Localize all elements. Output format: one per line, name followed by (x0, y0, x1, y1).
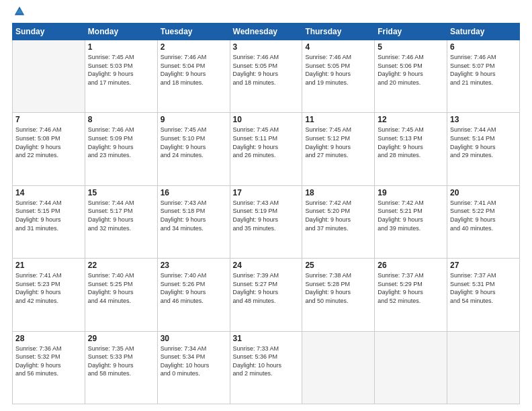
day-number: 10 (233, 115, 300, 124)
day-info: Sunrise: 7:45 AMSunset: 5:13 PMDaylight:… (378, 126, 444, 159)
calendar-cell: 29Sunrise: 7:35 AMSunset: 5:33 PMDayligh… (85, 331, 157, 404)
day-number: 16 (161, 188, 227, 197)
day-info: Sunrise: 7:40 AMSunset: 5:25 PMDaylight:… (88, 271, 154, 305)
calendar-week-row: 7Sunrise: 7:46 AMSunset: 5:08 PMDaylight… (13, 113, 520, 185)
column-header-monday: Monday (85, 24, 157, 40)
day-number: 7 (15, 115, 82, 124)
day-number: 8 (88, 115, 154, 124)
day-number: 19 (378, 188, 444, 197)
day-number: 18 (305, 188, 371, 197)
calendar-cell: 27Sunrise: 7:37 AMSunset: 5:31 PMDayligh… (447, 259, 520, 331)
day-info: Sunrise: 7:46 AMSunset: 5:08 PMDaylight:… (15, 126, 82, 159)
day-info: Sunrise: 7:37 AMSunset: 5:31 PMDaylight:… (450, 271, 517, 305)
calendar-cell (302, 331, 375, 404)
day-info: Sunrise: 7:46 AMSunset: 5:05 PMDaylight:… (233, 53, 300, 87)
day-info: Sunrise: 7:38 AMSunset: 5:28 PMDaylight:… (305, 271, 371, 305)
column-header-tuesday: Tuesday (157, 24, 230, 40)
calendar-cell: 9Sunrise: 7:45 AMSunset: 5:10 PMDaylight… (157, 113, 230, 185)
calendar-cell: 13Sunrise: 7:44 AMSunset: 5:14 PMDayligh… (447, 113, 520, 185)
day-info: Sunrise: 7:46 AMSunset: 5:05 PMDaylight:… (305, 53, 371, 87)
day-number: 1 (88, 42, 154, 52)
column-header-sunday: Sunday (13, 24, 85, 40)
day-number: 2 (161, 42, 227, 52)
calendar-cell: 15Sunrise: 7:44 AMSunset: 5:17 PMDayligh… (85, 185, 157, 258)
day-info: Sunrise: 7:46 AMSunset: 5:07 PMDaylight:… (450, 53, 517, 87)
calendar-cell: 3Sunrise: 7:46 AMSunset: 5:05 PMDaylight… (230, 40, 302, 113)
day-number: 28 (15, 334, 82, 343)
calendar-cell: 5Sunrise: 7:46 AMSunset: 5:06 PMDaylight… (375, 40, 447, 113)
calendar-cell: 18Sunrise: 7:42 AMSunset: 5:20 PMDayligh… (302, 185, 375, 258)
day-info: Sunrise: 7:45 AMSunset: 5:03 PMDaylight:… (88, 53, 154, 87)
day-info: Sunrise: 7:40 AMSunset: 5:26 PMDaylight:… (161, 271, 227, 305)
day-number: 15 (88, 188, 154, 197)
calendar-cell: 6Sunrise: 7:46 AMSunset: 5:07 PMDaylight… (447, 40, 520, 113)
calendar-cell: 26Sunrise: 7:37 AMSunset: 5:29 PMDayligh… (375, 259, 447, 331)
day-info: Sunrise: 7:43 AMSunset: 5:18 PMDaylight:… (161, 199, 227, 232)
calendar-cell: 2Sunrise: 7:46 AMSunset: 5:04 PMDaylight… (157, 40, 230, 113)
header (12, 12, 520, 17)
calendar-cell: 23Sunrise: 7:40 AMSunset: 5:26 PMDayligh… (157, 259, 230, 331)
calendar-cell: 8Sunrise: 7:46 AMSunset: 5:09 PMDaylight… (85, 113, 157, 185)
calendar-cell: 10Sunrise: 7:45 AMSunset: 5:11 PMDayligh… (230, 113, 302, 185)
calendar-cell (375, 331, 447, 404)
day-info: Sunrise: 7:46 AMSunset: 5:04 PMDaylight:… (161, 53, 227, 87)
day-number: 17 (233, 188, 300, 197)
day-info: Sunrise: 7:41 AMSunset: 5:23 PMDaylight:… (15, 271, 82, 305)
calendar-cell: 1Sunrise: 7:45 AMSunset: 5:03 PMDaylight… (85, 40, 157, 113)
calendar-cell: 14Sunrise: 7:44 AMSunset: 5:15 PMDayligh… (13, 185, 85, 258)
day-number: 23 (161, 261, 227, 270)
day-number: 9 (161, 115, 227, 124)
day-number: 25 (305, 261, 371, 270)
day-info: Sunrise: 7:44 AMSunset: 5:14 PMDaylight:… (450, 126, 517, 159)
calendar-cell: 20Sunrise: 7:41 AMSunset: 5:22 PMDayligh… (447, 185, 520, 258)
calendar-cell: 25Sunrise: 7:38 AMSunset: 5:28 PMDayligh… (302, 259, 375, 331)
day-info: Sunrise: 7:42 AMSunset: 5:21 PMDaylight:… (378, 199, 444, 232)
calendar-cell: 31Sunrise: 7:33 AMSunset: 5:36 PMDayligh… (230, 331, 302, 404)
day-info: Sunrise: 7:46 AMSunset: 5:09 PMDaylight:… (88, 126, 154, 159)
column-header-friday: Friday (375, 24, 447, 40)
calendar-cell: 22Sunrise: 7:40 AMSunset: 5:25 PMDayligh… (85, 259, 157, 331)
day-number: 22 (88, 261, 154, 270)
day-info: Sunrise: 7:46 AMSunset: 5:06 PMDaylight:… (378, 53, 444, 87)
calendar-week-row: 14Sunrise: 7:44 AMSunset: 5:15 PMDayligh… (13, 185, 520, 258)
day-number: 21 (15, 261, 82, 270)
day-info: Sunrise: 7:35 AMSunset: 5:33 PMDaylight:… (88, 345, 154, 378)
calendar-week-row: 21Sunrise: 7:41 AMSunset: 5:23 PMDayligh… (13, 259, 520, 331)
calendar-header-row: SundayMondayTuesdayWednesdayThursdayFrid… (13, 24, 520, 40)
calendar-cell: 24Sunrise: 7:39 AMSunset: 5:27 PMDayligh… (230, 259, 302, 331)
day-info: Sunrise: 7:37 AMSunset: 5:29 PMDaylight:… (378, 271, 444, 305)
logo-icon (13, 5, 26, 17)
calendar-cell: 7Sunrise: 7:46 AMSunset: 5:08 PMDaylight… (13, 113, 85, 185)
calendar-cell: 21Sunrise: 7:41 AMSunset: 5:23 PMDayligh… (13, 259, 85, 331)
column-header-thursday: Thursday (302, 24, 375, 40)
day-number: 29 (88, 334, 154, 343)
day-number: 24 (233, 261, 300, 270)
day-info: Sunrise: 7:45 AMSunset: 5:11 PMDaylight:… (233, 126, 300, 159)
day-number: 4 (305, 42, 371, 52)
day-number: 20 (450, 188, 517, 197)
day-info: Sunrise: 7:45 AMSunset: 5:10 PMDaylight:… (161, 126, 227, 159)
calendar-week-row: 1Sunrise: 7:45 AMSunset: 5:03 PMDaylight… (13, 40, 520, 113)
day-info: Sunrise: 7:33 AMSunset: 5:36 PMDaylight:… (233, 345, 300, 378)
calendar-cell: 30Sunrise: 7:34 AMSunset: 5:34 PMDayligh… (157, 331, 230, 404)
calendar-table: SundayMondayTuesdayWednesdayThursdayFrid… (12, 23, 520, 404)
calendar-cell: 19Sunrise: 7:42 AMSunset: 5:21 PMDayligh… (375, 185, 447, 258)
calendar-cell (13, 40, 85, 113)
calendar-cell (447, 331, 520, 404)
day-number: 12 (378, 115, 444, 124)
calendar-cell: 4Sunrise: 7:46 AMSunset: 5:05 PMDaylight… (302, 40, 375, 113)
logo (12, 12, 26, 17)
day-number: 26 (378, 261, 444, 270)
day-info: Sunrise: 7:39 AMSunset: 5:27 PMDaylight:… (233, 271, 300, 305)
calendar-cell: 16Sunrise: 7:43 AMSunset: 5:18 PMDayligh… (157, 185, 230, 258)
day-info: Sunrise: 7:34 AMSunset: 5:34 PMDaylight:… (161, 345, 227, 378)
calendar-cell: 17Sunrise: 7:43 AMSunset: 5:19 PMDayligh… (230, 185, 302, 258)
day-info: Sunrise: 7:45 AMSunset: 5:12 PMDaylight:… (305, 126, 371, 159)
calendar-page: SundayMondayTuesdayWednesdayThursdayFrid… (0, 0, 532, 411)
day-info: Sunrise: 7:43 AMSunset: 5:19 PMDaylight:… (233, 199, 300, 232)
calendar-cell: 28Sunrise: 7:36 AMSunset: 5:32 PMDayligh… (13, 331, 85, 404)
calendar-cell: 11Sunrise: 7:45 AMSunset: 5:12 PMDayligh… (302, 113, 375, 185)
day-info: Sunrise: 7:42 AMSunset: 5:20 PMDaylight:… (305, 199, 371, 232)
day-number: 30 (161, 334, 227, 343)
day-number: 3 (233, 42, 300, 52)
